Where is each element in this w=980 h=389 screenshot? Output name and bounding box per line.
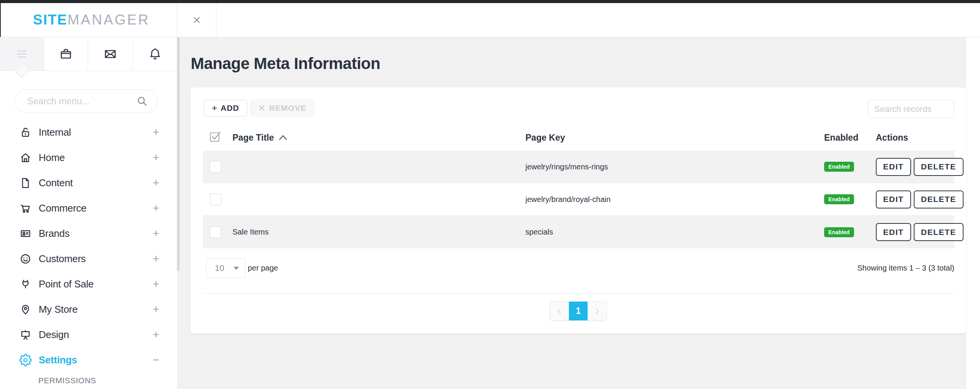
edit-button[interactable]: EDIT [876,190,911,208]
table-header-row: Page Title Page Key Enabled Actions [203,125,954,151]
file-icon [19,177,32,189]
sidebar-item-internal[interactable]: Internal + [0,120,177,145]
cell-page-key: specials [525,228,824,236]
add-button-label: ADD [221,103,239,113]
delete-button[interactable]: DELETE [914,158,964,176]
sidebar-item-label: Brands [39,228,70,240]
sidebar-item-home[interactable]: Home + [0,145,177,170]
sidebar-item-label: Customers [39,253,86,265]
chevron-up-icon [278,134,288,141]
briefcase-icon [59,47,73,61]
table-toolbar: + ADD ✕ REMOVE [204,100,314,117]
cart-icon [19,202,32,215]
delete-button[interactable]: DELETE [914,190,964,208]
cell-page-title: Sale Items [227,228,525,236]
row-checkbox[interactable] [210,194,221,205]
table-row: jewelry/rings/mens-rings Enabled EDIT DE… [203,151,954,183]
home-icon [19,151,32,164]
column-header-page-title[interactable]: Page Title [227,133,525,143]
page-title: Manage Meta Information [191,54,380,73]
status-badge: Enabled [824,194,854,204]
edit-button[interactable]: EDIT [876,223,911,241]
expand-plus-icon[interactable]: + [153,278,159,291]
smiley-icon [19,253,32,265]
app-logo: SITEMANAGER [33,3,150,37]
expand-plus-icon[interactable]: + [153,202,159,215]
sidebar-item-label: Commerce [39,202,87,214]
per-page-select[interactable]: 10 [206,258,245,278]
column-header-enabled: Enabled [824,133,876,143]
collapse-minus-icon[interactable]: − [153,354,159,366]
sidebar-item-commerce[interactable]: Commerce + [0,195,177,221]
expand-plus-icon[interactable]: + [153,151,159,164]
mail-icon [103,47,117,61]
per-page-label: per page [248,264,278,272]
expand-plus-icon[interactable]: + [153,253,159,265]
map-pin-icon [19,303,32,316]
sidebar-item-brands[interactable]: Brands + [0,221,177,246]
apps-tab[interactable] [44,37,88,71]
expand-plus-icon[interactable]: + [153,303,159,316]
close-tab-button[interactable] [177,3,216,37]
expand-plus-icon[interactable]: + [153,328,159,341]
lock-open-icon [19,126,32,139]
page-scrollbar-gutter[interactable] [966,37,980,389]
page-1-button[interactable]: 1 [569,302,588,320]
expand-plus-icon[interactable]: + [153,227,159,240]
plug-icon [19,278,32,291]
sidebar-search [15,89,158,113]
meta-information-card: + ADD ✕ REMOVE Page Title Page Key Enabl… [190,87,966,333]
expand-plus-icon[interactable]: + [153,126,159,139]
sidebar-item-design[interactable]: Design + [0,322,177,347]
select-all-checkbox-icon[interactable] [209,130,221,143]
cell-page-key: jewelry/brand/royal-chain [525,195,824,204]
sidebar-item-my-store[interactable]: My Store + [0,297,177,322]
sidebar: Internal + Home + Content + Commerce + B… [0,37,177,389]
previous-page-button[interactable] [550,302,569,320]
delete-button[interactable]: DELETE [914,223,964,241]
notifications-tab[interactable] [133,37,177,71]
per-page-value: 10 [206,263,224,273]
chevron-right-icon [593,307,601,315]
x-icon: ✕ [258,103,266,113]
remove-button-disabled[interactable]: ✕ REMOVE [250,100,314,117]
search-icon [136,95,149,108]
next-page-button[interactable] [588,302,607,320]
window-top-border [0,0,980,3]
sidebar-item-point-of-sale[interactable]: Point of Sale + [0,271,177,297]
expand-plus-icon[interactable]: + [153,177,159,189]
app-header: SITEMANAGER [0,3,980,37]
sidebar-item-customers[interactable]: Customers + [0,246,177,271]
plus-icon: + [212,103,218,113]
column-header-actions: Actions [876,133,954,143]
edit-button[interactable]: EDIT [876,158,911,176]
caret-down-icon [234,267,239,270]
sidebar-item-label: Point of Sale [39,278,94,290]
search-records-input[interactable] [868,100,954,118]
sidebar-subitem-permissions[interactable]: PERMISSIONS [0,373,177,389]
sidebar-item-content[interactable]: Content + [0,170,177,195]
pagination: 1 [550,301,607,321]
add-button[interactable]: + ADD [204,100,247,117]
status-badge: Enabled [824,227,854,237]
remove-button-label: REMOVE [269,103,306,113]
close-icon [192,15,202,25]
column-header-page-key[interactable]: Page Key [525,133,824,143]
chevron-left-icon [555,307,564,315]
messages-tab[interactable] [88,37,133,71]
meta-table: Page Title Page Key Enabled Actions jewe… [203,125,954,248]
id-badge-icon [19,227,32,240]
sidebar-item-label: My Store [39,304,78,315]
row-checkbox[interactable] [210,161,221,172]
easel-icon [19,328,32,341]
logo-manager: MANAGER [67,12,150,28]
sidebar-item-settings[interactable]: Settings − [0,347,177,373]
showing-items-text: Showing items 1 – 3 (3 total) [857,264,954,272]
sidebar-item-label: Internal [39,126,71,138]
table-row: jewelry/brand/royal-chain Enabled EDIT D… [203,183,954,216]
footer-divider [203,293,954,294]
row-checkbox[interactable] [210,227,221,238]
sidebar-item-label: Home [39,152,65,164]
sidebar-scrollbar-thumb[interactable] [177,37,180,271]
sidebar-icon-row [0,37,177,71]
